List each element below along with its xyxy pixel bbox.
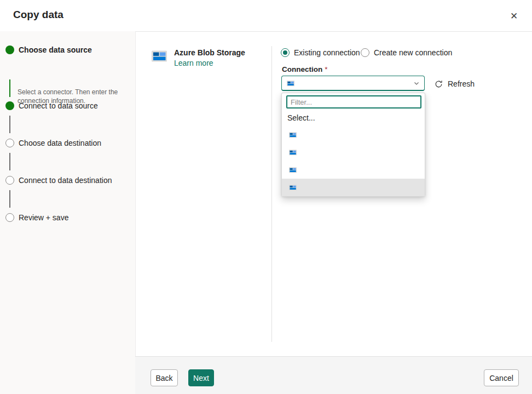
radio-label: Create new connection: [374, 48, 452, 57]
step-label: Connect to data source: [19, 101, 98, 110]
connection-option[interactable]: [282, 126, 425, 144]
learn-more-link[interactable]: Learn more: [174, 59, 213, 67]
step-label: Review + save: [19, 213, 68, 222]
azure-blob-storage-icon: [151, 47, 168, 66]
next-button[interactable]: Next: [188, 369, 214, 386]
wizard-steps-sidebar: Choose data source Select a connector. T…: [0, 31, 136, 394]
step-label: Choose data source: [19, 45, 92, 54]
step-todo-indicator: [5, 176, 14, 185]
chevron-down-icon: [413, 80, 420, 87]
radio-existing-connection[interactable]: Existing connection: [281, 47, 360, 58]
radio-unselected-icon: [361, 48, 369, 57]
step-connect-data-destination[interactable]: Connect to data destination: [5, 176, 112, 185]
step-connector-line: [9, 153, 10, 170]
connection-option[interactable]: [282, 144, 425, 161]
connection-field-label: Connection*: [282, 65, 328, 73]
cancel-button[interactable]: Cancel: [484, 369, 519, 386]
radio-create-new-connection[interactable]: Create new connection: [361, 47, 452, 58]
step-connector-line: [9, 79, 10, 97]
refresh-icon: [435, 80, 443, 88]
option-select-none[interactable]: Select...: [287, 113, 315, 122]
step-done-indicator: [5, 101, 14, 110]
connector-name: Azure Blob Storage: [174, 48, 245, 57]
close-icon[interactable]: ✕: [506, 8, 522, 24]
step-label: Choose data destination: [19, 139, 101, 147]
back-button[interactable]: Back: [151, 369, 178, 386]
connection-combobox[interactable]: [281, 76, 425, 91]
refresh-label: Refresh: [448, 79, 475, 88]
step-todo-indicator: [5, 139, 14, 147]
step-label: Connect to data destination: [19, 176, 112, 185]
step-connect-data-source[interactable]: Connect to data source: [5, 101, 98, 110]
azure-blob-storage-icon: [288, 165, 297, 174]
step-choose-data-destination[interactable]: Choose data destination: [5, 139, 101, 147]
connection-option-highlighted[interactable]: [282, 179, 425, 196]
page-title: Copy data: [13, 9, 63, 21]
azure-blob-storage-icon: [288, 130, 297, 139]
step-connector-line: [9, 190, 10, 208]
step-choose-data-source[interactable]: Choose data source: [5, 45, 92, 54]
field-label-text: Connection: [282, 65, 322, 73]
vertical-divider: [271, 46, 272, 342]
required-marker: *: [325, 65, 327, 73]
azure-blob-storage-icon: [288, 183, 297, 192]
step-done-indicator: [5, 45, 14, 54]
radio-label: Existing connection: [294, 48, 360, 57]
step-review-save[interactable]: Review + save: [5, 213, 68, 222]
dialog-header: Copy data ✕: [0, 0, 532, 32]
connection-dropdown-flyout: Select...: [281, 93, 425, 197]
step-connector-line: [9, 116, 10, 133]
connection-option[interactable]: [282, 161, 425, 179]
step-todo-indicator: [5, 213, 14, 222]
radio-selected-icon: [281, 48, 290, 57]
dialog-footer: Back Next Cancel: [135, 356, 532, 394]
azure-blob-storage-icon: [286, 79, 295, 88]
filter-input[interactable]: [286, 95, 421, 109]
refresh-button[interactable]: Refresh: [435, 77, 475, 91]
azure-blob-storage-icon: [288, 148, 297, 157]
